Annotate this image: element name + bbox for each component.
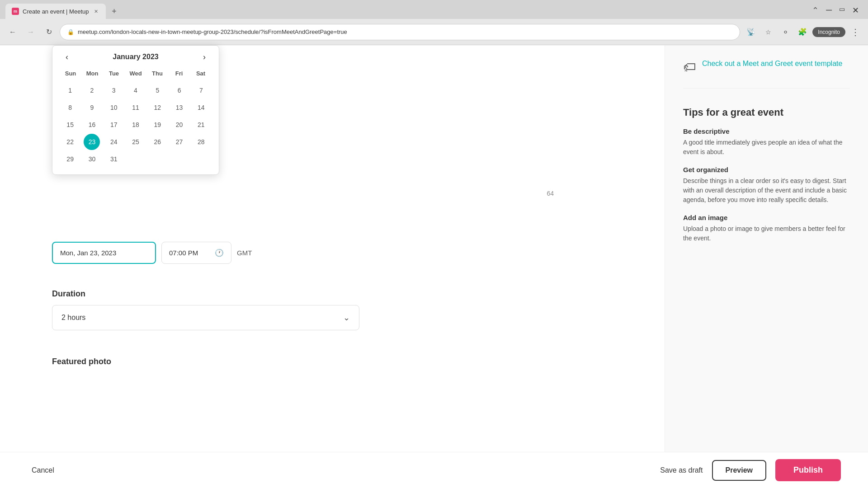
calendar-day[interactable]: 28 [193,134,209,150]
calendar-day[interactable]: 11 [127,99,144,116]
calendar-day[interactable]: 19 [149,117,165,133]
calendar-day[interactable]: 29 [62,151,78,167]
calendar-day[interactable]: 7 [193,82,209,99]
duration-section: Duration 2 hours ⌄ [52,289,359,330]
calendar-day[interactable]: 31 [106,151,122,167]
calendar-day[interactable]: 26 [149,134,165,150]
calendar-day[interactable]: 17 [106,117,122,133]
calendar-weekdays: Sun Mon Tue Wed Thu Fri Sat [60,68,212,79]
tip-item-descriptive: Be descriptive A good title immediately … [683,127,850,157]
minimize-button[interactable]: ─ [826,5,832,15]
bottom-right-actions: Save as draft Preview Publish [660,459,841,481]
incognito-button[interactable]: Incognito [812,27,845,37]
calendar-day[interactable]: 9 [84,99,100,116]
calendar-day[interactable]: 10 [106,99,122,116]
calendar-day[interactable]: 27 [171,134,188,150]
featured-photo-label: Featured photo [52,357,111,366]
cast-icon[interactable]: 📡 [744,25,758,39]
template-link[interactable]: Check out a Meet and Greet event templat… [702,59,842,69]
preview-button[interactable]: Preview [712,460,766,481]
weekday-mon: Mon [81,68,103,79]
calendar-day[interactable]: 20 [171,117,188,133]
template-link-section: 🏷 Check out a Meet and Greet event templ… [683,59,850,89]
tip-item-image: Add an image Upload a photo or image to … [683,214,850,243]
bottom-bar: Cancel Save as draft Preview Publish [0,452,868,488]
featured-photo-section: Featured photo [52,357,111,366]
calendar-day [127,151,144,167]
calendar-day[interactable]: 8 [62,99,78,116]
weekday-wed: Wed [125,68,146,79]
forward-button[interactable]: → [24,25,38,39]
close-window-button[interactable]: ✕ [852,5,859,15]
tip-text-image: Upload a photo or image to give members … [683,224,850,243]
timezone-label: GMT [237,249,252,257]
new-tab-button[interactable]: + [108,5,120,18]
template-icon: 🏷 [683,60,696,75]
tip-heading-organized: Get organized [683,166,850,174]
extensions-icon[interactable]: 🧩 [795,25,810,39]
tip-item-organized: Get organized Describe things in a clear… [683,166,850,205]
browser-profile-icon[interactable]: ⚬ [778,25,793,39]
url-text: meetup.com/london-locals-new-in-town-mee… [78,28,347,35]
calendar-day[interactable]: 22 [62,134,78,150]
calendar-day[interactable]: 24 [106,134,122,150]
time-value: 07:00 PM [169,249,198,257]
toolbar-actions: 📡 ☆ ⚬ 🧩 Incognito ⋮ [744,25,863,39]
calendar-day[interactable]: 5 [149,82,165,99]
calendar-day[interactable]: 3 [106,82,122,99]
character-count: 64 [547,190,554,197]
calendar-day[interactable]: 25 [127,134,144,150]
clock-icon: 🕐 [215,249,224,257]
date-input[interactable]: Mon, Jan 23, 2023 [52,242,156,264]
save-draft-button[interactable]: Save as draft [660,466,703,474]
datetime-row: Mon, Jan 23, 2023 07:00 PM 🕐 GMT [52,242,252,264]
time-input[interactable]: 07:00 PM 🕐 [161,242,231,264]
tip-heading-image: Add an image [683,214,850,221]
calendar-day[interactable]: 13 [171,99,188,116]
reload-button[interactable]: ↻ [42,25,56,39]
maximize-button[interactable]: ▭ [839,5,845,15]
tip-text-descriptive: A good title immediately gives people an… [683,138,850,157]
cancel-button[interactable]: Cancel [27,462,59,479]
menu-icon[interactable]: ⋮ [848,25,863,39]
duration-dropdown[interactable]: 2 hours ⌄ [52,305,359,330]
calendar-day[interactable]: 30 [84,151,100,167]
tab-close-button[interactable]: ✕ [92,8,99,15]
tab-favicon: m [12,8,19,15]
scroll-indicator: ⌃ [812,5,819,15]
browser-toolbar: ← → ↻ 🔒 meetup.com/london-locals-new-in-… [0,19,868,45]
calendar-day[interactable]: 4 [127,82,144,99]
browser-chrome: ⌃ ─ ▭ ✕ m Create an event | Meetup ✕ + ←… [0,0,868,45]
calendar-day[interactable]: 23 [84,134,100,150]
right-sidebar: 🏷 Check out a Meet and Greet event templ… [665,45,868,488]
calendar-day[interactable]: 12 [149,99,165,116]
calendar-day[interactable]: 6 [171,82,188,99]
calendar-next-button[interactable]: › [197,50,212,64]
active-tab[interactable]: m Create an event | Meetup ✕ [5,4,106,19]
date-value: Mon, Jan 23, 2023 [60,249,116,257]
publish-button[interactable]: Publish [775,459,841,481]
calendar-month-title: January 2023 [113,53,158,61]
tip-heading-descriptive: Be descriptive [683,127,850,135]
calendar-prev-button[interactable]: ‹ [60,50,74,64]
calendar-day[interactable]: 2 [84,82,100,99]
page-content: up 2023 64 ‹ January 2023 › Sun Mon Tue … [0,45,868,488]
calendar-grid: Sun Mon Tue Wed Thu Fri Sat 123456789101… [60,68,212,167]
calendar-day[interactable]: 15 [62,117,78,133]
calendar-day[interactable]: 16 [84,117,100,133]
calendar-days: 1234567891011121314151617181920212223242… [60,82,212,167]
address-bar[interactable]: 🔒 meetup.com/london-locals-new-in-town-m… [60,24,740,40]
calendar-day[interactable]: 18 [127,117,144,133]
calendar-day[interactable]: 21 [193,117,209,133]
calendar-day [193,151,209,167]
chevron-down-icon: ⌄ [343,313,350,323]
bookmark-icon[interactable]: ☆ [761,25,775,39]
calendar-day[interactable]: 1 [62,82,78,99]
weekday-thu: Thu [146,68,168,79]
back-button[interactable]: ← [5,25,20,39]
tips-section: Tips for a great event Be descriptive A … [683,107,850,243]
lock-icon: 🔒 [67,29,74,35]
weekday-sun: Sun [60,68,81,79]
calendar-day[interactable]: 14 [193,99,209,116]
tip-text-organized: Describe things in a clear order so it's… [683,176,850,205]
